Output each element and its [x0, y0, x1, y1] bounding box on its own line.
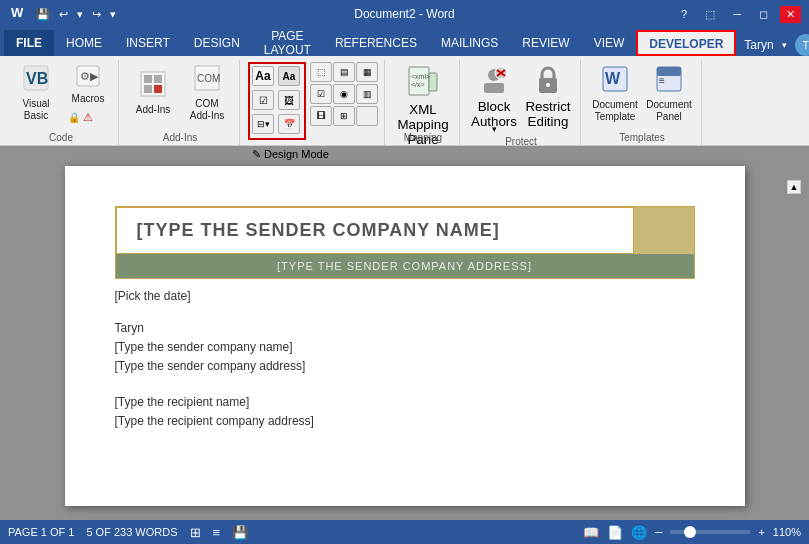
tab-mailings[interactable]: MAILINGS — [429, 30, 510, 56]
ctrl-extra-9[interactable] — [356, 106, 378, 126]
recipient-block: [Type the recipient name] [Type the reci… — [115, 393, 695, 431]
mapping-group-label: Mapping — [393, 130, 453, 145]
zoom-out-btn[interactable]: ─ — [655, 526, 663, 538]
svg-text:⚙▶: ⚙▶ — [80, 70, 99, 82]
svg-rect-7 — [144, 75, 152, 83]
protect-group-content: BlockAuthors ▾ RestrictEditing — [468, 60, 574, 134]
svg-text:</x>: </x> — [411, 81, 425, 88]
view-print-btn[interactable]: 📄 — [607, 525, 623, 540]
ctrl-extra-1[interactable]: ⬚ — [310, 62, 332, 82]
macro-security-button[interactable]: 🔒 ⚠ — [64, 109, 112, 125]
add-ins-icon — [139, 70, 167, 102]
tab-view[interactable]: VIEW — [582, 30, 637, 56]
status-icon-2[interactable]: ≡ — [213, 525, 221, 540]
extra-controls: ⬚ ▤ ▦ ☑ ◉ ▥ 🎞 ⊞ — [310, 62, 378, 126]
tab-design[interactable]: DESIGN — [182, 30, 252, 56]
templates-group: W DocumentTemplate ≡ DocumentPanel Templ… — [583, 60, 702, 145]
zoom-in-btn[interactable]: + — [758, 526, 764, 538]
company-name-area[interactable]: [TYPE THE SENDER COMPANY NAME] — [116, 207, 634, 254]
undo-quick-btn[interactable]: ↩ — [56, 6, 71, 23]
sender-address[interactable]: [Type the sender company address] — [115, 357, 695, 376]
ctrl-btn-combo[interactable]: ⊟▾ — [252, 114, 274, 134]
customize-quick-btn[interactable]: ▾ — [107, 6, 119, 23]
document-page[interactable]: [TYPE THE SENDER COMPANY NAME] [TYPE THE… — [65, 166, 745, 506]
status-icon-3[interactable]: 💾 — [232, 525, 248, 540]
ctrl-extra-2[interactable]: ▤ — [333, 62, 355, 82]
add-ins-label: Add-Ins — [136, 104, 170, 116]
title-bar: W 💾 ↩ ▾ ↪ ▾ Document2 - Word ? ⬚ ─ ◻ ✕ — [0, 0, 809, 28]
recipient-name[interactable]: [Type the recipient name] — [115, 393, 695, 412]
ctrl-extra-5[interactable]: ◉ — [333, 84, 355, 104]
word-icon: W — [8, 3, 26, 25]
ctrl-btn-aa2[interactable]: Aa — [278, 66, 300, 86]
status-icon-1[interactable]: ⊞ — [190, 525, 201, 540]
tab-file[interactable]: FILE — [4, 30, 54, 56]
ctrl-extra-6[interactable]: ▥ — [356, 84, 378, 104]
ctrl-extra-8[interactable]: ⊞ — [333, 106, 355, 126]
restrict-editing-button[interactable]: RestrictEditing — [522, 62, 574, 124]
restrict-editing-icon — [533, 65, 563, 98]
ctrl-extra-3[interactable]: ▦ — [356, 62, 378, 82]
sender-company[interactable]: [Type the sender company name] — [115, 338, 695, 357]
document-panel-button[interactable]: ≡ DocumentPanel — [643, 62, 695, 124]
design-mode-label: Design Mode — [264, 148, 329, 160]
xml-mapping-icon: <xml> </x> — [407, 65, 439, 100]
ctrl-btn-aa1[interactable]: Aa — [252, 66, 274, 86]
ctrl-extra-7[interactable]: 🎞 — [310, 106, 332, 126]
date-field[interactable]: [Pick the date] — [115, 289, 695, 303]
restore-btn[interactable]: ◻ — [753, 6, 774, 23]
com-add-ins-button[interactable]: COM COMAdd-Ins — [181, 62, 233, 124]
user-dropdown[interactable]: ▾ — [782, 40, 787, 50]
block-authors-button[interactable]: BlockAuthors — [468, 62, 520, 124]
redo-quick-btn[interactable]: ↪ — [89, 6, 104, 23]
recipient-address[interactable]: [Type the recipient company address] — [115, 412, 695, 431]
add-ins-group-label: Add-Ins — [127, 130, 233, 145]
macros-col: ⚙▶ Macros 🔒 ⚠ — [64, 62, 112, 125]
ctrl-btn-date[interactable]: 📅 — [278, 114, 300, 134]
tab-home[interactable]: HOME — [54, 30, 114, 56]
help-btn[interactable]: ? — [675, 6, 693, 22]
document-area: [TYPE THE SENDER COMPANY NAME] [TYPE THE… — [0, 146, 809, 520]
ctrl-btn-check[interactable]: ☑ — [252, 90, 274, 110]
macro-security-icon: 🔒 — [68, 112, 80, 123]
visual-basic-button[interactable]: VB VisualBasic — [10, 62, 62, 124]
ctrl-btn-img[interactable]: 🖼 — [278, 90, 300, 110]
block-authors-icon — [479, 65, 509, 98]
company-address[interactable]: [TYPE THE SENDER COMPANY ADDRESS] — [116, 254, 694, 278]
tab-page-layout[interactable]: PAGE LAYOUT — [252, 30, 323, 56]
view-web-btn[interactable]: 🌐 — [631, 525, 647, 540]
sender-block: Taryn [Type the sender company name] [Ty… — [115, 319, 695, 377]
tab-references[interactable]: REFERENCES — [323, 30, 429, 56]
zoom-level[interactable]: 110% — [773, 526, 801, 538]
user-avatar: T — [795, 34, 809, 56]
xml-mapping-pane-button[interactable]: <xml> </x> XML MappingPane — [393, 62, 453, 124]
svg-text:VB: VB — [26, 70, 48, 87]
svg-text:COM: COM — [197, 73, 220, 84]
tab-insert[interactable]: INSERT — [114, 30, 182, 56]
block-authors-dropdown[interactable]: ▾ — [492, 124, 497, 134]
sender-name[interactable]: Taryn — [115, 319, 695, 338]
tab-review[interactable]: REVIEW — [510, 30, 581, 56]
templates-group-content: W DocumentTemplate ≡ DocumentPanel — [589, 60, 695, 130]
visual-basic-icon: VB — [22, 64, 50, 96]
add-ins-group-content: Add-Ins COM COMAdd-Ins — [127, 60, 233, 130]
close-btn[interactable]: ✕ — [780, 6, 801, 23]
save-quick-btn[interactable]: 💾 — [33, 6, 53, 23]
undo-dropdown-btn[interactable]: ▾ — [74, 6, 86, 23]
company-name: [TYPE THE SENDER COMPANY NAME] — [137, 220, 500, 240]
design-mode-button[interactable]: ✎ Design Mode — [248, 144, 333, 164]
user-area: Taryn ▾ T — [736, 34, 809, 56]
mapping-group: <xml> </x> XML MappingPane Mapping — [387, 60, 460, 145]
view-read-btn[interactable]: 📖 — [583, 525, 599, 540]
minimize-btn[interactable]: ─ — [727, 6, 747, 22]
document-template-button[interactable]: W DocumentTemplate — [589, 62, 641, 124]
zoom-slider[interactable] — [670, 530, 750, 534]
templates-group-label: Templates — [589, 130, 695, 145]
ctrl-extra-4[interactable]: ☑ — [310, 84, 332, 104]
tab-developer[interactable]: DEVELOPER — [636, 30, 736, 56]
ribbon-display-btn[interactable]: ⬚ — [699, 6, 721, 23]
macros-button[interactable]: ⚙▶ Macros — [64, 62, 112, 108]
ribbon-collapse-btn[interactable]: ▲ — [787, 180, 801, 194]
add-ins-button[interactable]: Add-Ins — [127, 62, 179, 124]
svg-text:W: W — [11, 5, 24, 20]
